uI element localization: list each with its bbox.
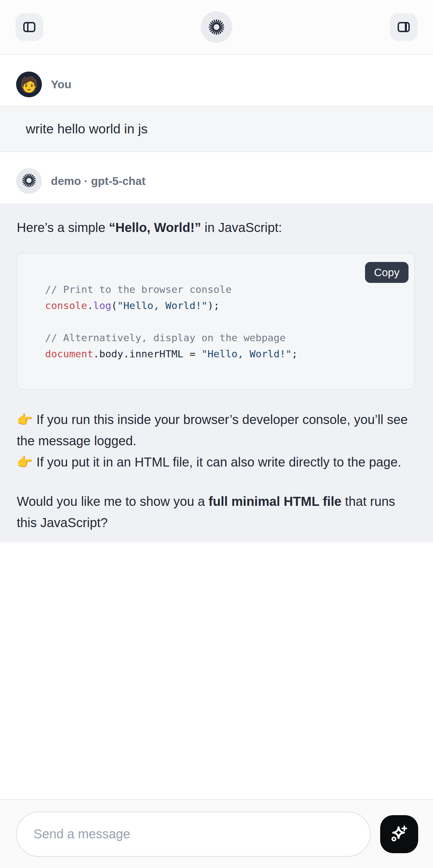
user-avatar: 🧑	[16, 71, 42, 97]
right-panel-toggle-button[interactable]	[390, 13, 417, 41]
assistant-avatar	[16, 168, 42, 194]
sparkle-icon	[390, 824, 409, 844]
code-lines: // Print to the browser consoleconsole.l…	[45, 281, 405, 362]
user-message-bubble: write hello world in js	[0, 106, 433, 152]
copy-code-button[interactable]: Copy	[365, 262, 408, 283]
panel-left-icon	[22, 20, 37, 34]
send-button[interactable]	[380, 815, 418, 853]
assistant-message-bubble: Here’s a simple “Hello, World!” in JavaS…	[0, 203, 433, 542]
burst-icon	[208, 19, 225, 35]
sidebar-toggle-button[interactable]	[16, 13, 43, 41]
assistant-tips-paragraph: 👉 If you run this inside your browser’s …	[17, 409, 416, 473]
intro-suffix: in JavaScript:	[201, 220, 282, 235]
user-author-label: You	[51, 78, 71, 91]
intro-bold: “Hello, World!”	[109, 220, 201, 235]
question-bold: full minimal HTML file	[209, 494, 341, 508]
message-input[interactable]	[16, 812, 371, 857]
person-emoji: 🧑	[20, 77, 38, 92]
model-status-button[interactable]	[201, 11, 232, 43]
chat-scroll-area[interactable]: 🧑 You write hello world in js demo · gpt…	[0, 55, 433, 799]
burst-icon	[22, 173, 36, 189]
assistant-question-paragraph: Would you like me to show you a full min…	[17, 491, 416, 533]
assistant-author-label: demo · gpt-5-chat	[51, 175, 146, 188]
intro-prefix: Here’s a simple	[17, 220, 109, 235]
tip-line-1: 👉 If you run this inside your browser’s …	[17, 412, 407, 448]
composer-bar	[0, 799, 433, 868]
assistant-intro-paragraph: Here’s a simple “Hello, World!” in JavaS…	[17, 217, 416, 238]
top-bar	[0, 0, 433, 55]
panel-right-icon	[396, 20, 411, 34]
user-message-header: 🧑 You	[0, 55, 433, 102]
assistant-message-header: demo · gpt-5-chat	[0, 168, 433, 194]
code-block: Copy // Print to the browser consolecons…	[17, 253, 415, 390]
question-prefix: Would you like me to show you a	[17, 494, 209, 508]
user-message-text: write hello world in js	[26, 121, 148, 136]
tip-line-2: 👉 If you put it in an HTML file, it can …	[17, 455, 401, 469]
